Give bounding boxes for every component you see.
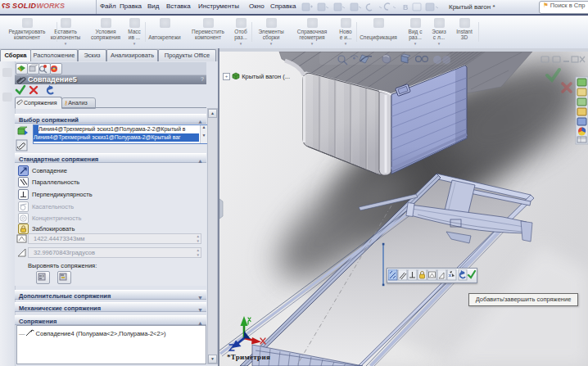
svg-text:B: B bbox=[403, 3, 409, 11]
